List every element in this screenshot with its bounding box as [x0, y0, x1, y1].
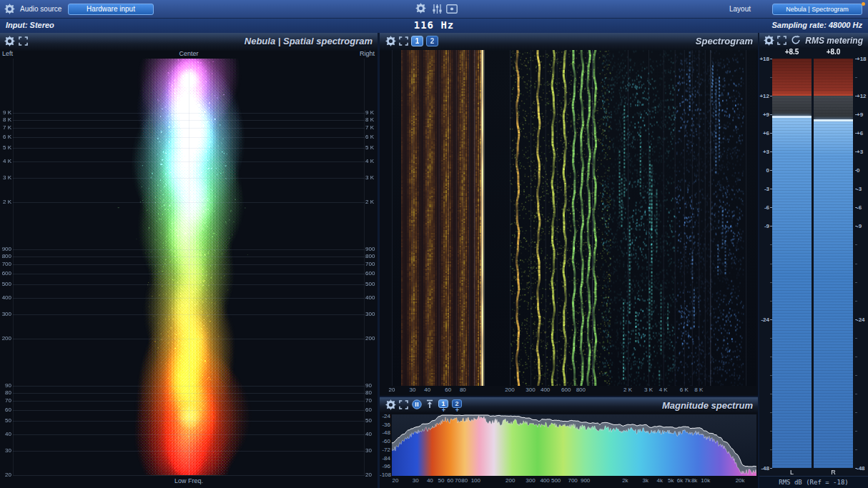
freq-tick-label: 90 [365, 382, 377, 389]
pause-button[interactable] [412, 399, 423, 411]
freq-tick-label: 200 [502, 387, 518, 394]
db-tick-label: -108 [380, 472, 390, 479]
slot-2-add-button[interactable]: + [454, 407, 460, 414]
freq-tick-label: 60 [365, 407, 377, 414]
rms-tick [855, 133, 857, 134]
freq-tick-label: 600 [1, 270, 11, 277]
frequency-readout: 116 Hz [414, 19, 455, 31]
rms-scale-label: -24 [759, 317, 769, 324]
freq-tick-label: 200 [503, 477, 518, 484]
rms-meter-l[interactable] [772, 59, 812, 468]
magnitude-spectrum-display[interactable] [392, 414, 756, 476]
freq-tick-label: 40 [365, 431, 377, 438]
view-2-button[interactable]: 2 [426, 36, 438, 46]
spectrogram-panel: 1 2 Spectrogram 203040608020030040060080… [380, 33, 758, 396]
freq-tick-label: 10k [699, 477, 713, 484]
peak-hold-reset-button[interactable] [425, 399, 437, 411]
reset-meters-icon[interactable] [791, 35, 802, 46]
rms-tick [855, 207, 857, 208]
rms-minor-tick [855, 357, 857, 357]
freq-tick-label: 3 K [365, 174, 377, 181]
hardware-input-button[interactable]: Hardware input [68, 4, 154, 15]
settings-gear-icon[interactable] [4, 36, 16, 47]
freq-tick-label: 7 K [1, 124, 11, 131]
freq-tick-label: 2 K [365, 199, 377, 206]
meter-level-bar [772, 118, 812, 468]
rms-scale-label: -48 [759, 465, 769, 472]
freq-tick-label: 70 [365, 397, 377, 404]
freq-tick-label: 500 [365, 281, 377, 288]
view-1-button[interactable]: 1 [411, 36, 423, 46]
rms-minor-tick [855, 394, 857, 394]
freq-tick-label: 20k [733, 477, 747, 484]
freq-tick-label: 500 [1, 281, 11, 288]
rms-scale-label: +9 [759, 111, 769, 119]
freq-tick-label: 7 K [365, 124, 377, 131]
meter-value-line [772, 116, 812, 118]
freq-tick-label: 2k [618, 477, 632, 484]
freq-tick-label: 20 [384, 387, 400, 394]
rms-tick [855, 170, 857, 171]
rms-scale-label: -24 [857, 317, 868, 324]
rms-scale-label: -6 [759, 204, 769, 211]
freq-tick-label: 900 [578, 477, 593, 484]
layout-button[interactable]: Layout [729, 5, 751, 13]
fullscreen-icon[interactable] [19, 36, 30, 48]
meter-headroom-zone [814, 96, 853, 119]
freq-tick-label: 600 [558, 387, 574, 394]
display-capture-icon[interactable] [446, 4, 458, 16]
freq-tick-label: 800 [573, 387, 588, 394]
spectrogram-display[interactable] [392, 50, 756, 386]
slot-1-add-button[interactable]: + [440, 407, 447, 414]
freq-tick-label: 300 [523, 387, 538, 394]
fullscreen-icon[interactable] [399, 400, 410, 412]
freq-tick-label: 90 [1, 382, 11, 389]
rms-tick [855, 468, 857, 469]
rms-meter-r[interactable] [814, 59, 853, 468]
freq-tick-label: 20 [1, 472, 11, 479]
panel-title: Nebula | Spatial spectrogram [245, 36, 373, 46]
db-tick-label: -24 [380, 413, 390, 420]
spatial-spectrogram-panel: Nebula | Spatial spectrogram Left Center… [0, 33, 378, 488]
freq-tick-label: 9 K [1, 109, 11, 116]
fullscreen-icon[interactable] [399, 36, 410, 48]
freq-tick-label: 50 [1, 417, 11, 424]
freq-tick-label: 100 [468, 477, 483, 484]
axis-label-center: Center [179, 50, 198, 57]
freq-tick-label: 80 [365, 389, 377, 397]
meter-level-bar [814, 121, 853, 468]
rms-scale-label: -9 [759, 223, 769, 230]
freq-tick-label: 40 [1, 431, 11, 438]
panel-title: Spectrogram [696, 36, 753, 46]
freq-tick-label: 3k [638, 477, 653, 484]
rms-tick [855, 151, 857, 152]
freq-tick-label: 400 [365, 294, 377, 302]
db-tick-label: -84 [380, 455, 390, 462]
freq-tick-label: 60 [440, 387, 456, 394]
analyzer-app-window: Audio source Hardware input Layout Nebul… [0, 0, 868, 488]
global-settings-gear-icon[interactable] [415, 3, 427, 14]
left-edge-line [13, 59, 14, 475]
rms-scale-label: +18 [857, 56, 868, 63]
rms-scale-label: +6 [857, 130, 868, 137]
settings-gear-icon[interactable] [385, 399, 397, 411]
settings-gear-icon[interactable] [385, 36, 397, 47]
freq-tick-label: 300 [365, 311, 377, 318]
meter-headroom-zone [772, 96, 812, 116]
audio-settings-gear-icon[interactable] [4, 4, 16, 15]
freq-tick-label: 2 K [1, 199, 11, 206]
rms-scale-label: -6 [857, 204, 868, 211]
notification-dot [862, 2, 865, 6]
preset-button[interactable]: Nebula | Spectrogram [772, 4, 862, 15]
freq-tick-label: 8 K [691, 387, 706, 394]
freq-tick-label: 70 [1, 397, 11, 404]
channel-config-icon[interactable] [432, 4, 443, 15]
freq-tick-label: 8 K [365, 116, 377, 124]
settings-gear-icon[interactable] [764, 35, 775, 46]
freq-tick-label: 700 [365, 261, 377, 268]
rms-tick [855, 59, 857, 59]
freq-tick-label: 80 [1, 389, 11, 397]
freq-tick-label: 3 K [641, 387, 656, 394]
panel-title: Magnitude spectrum [662, 400, 753, 411]
fullscreen-icon[interactable] [777, 36, 789, 47]
